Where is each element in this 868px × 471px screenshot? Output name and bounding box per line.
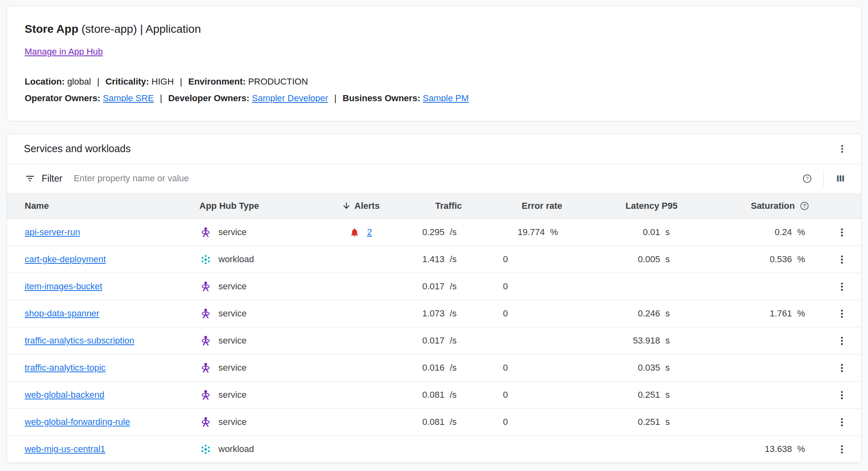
app-hub-type-cell: service [185, 382, 326, 408]
app-hub-type-cell: workload [185, 436, 326, 463]
row-name-link[interactable]: web-global-backend [25, 390, 104, 400]
row-name-link[interactable]: cart-gke-deployment [25, 254, 106, 265]
app-hub-type-label: service [218, 335, 247, 346]
table-header-row: Name App Hub Type Alerts Traffic Error r… [7, 193, 861, 219]
error-rate-cell [466, 436, 566, 463]
workload-icon [199, 253, 212, 266]
column-header-name[interactable]: Name [7, 193, 185, 219]
traffic-cell: 0.016/s [395, 354, 466, 381]
row-name-link[interactable]: web-mig-us-central1 [25, 444, 105, 454]
error-rate-cell [466, 327, 566, 354]
saturation-cell [682, 409, 813, 435]
help-icon: ? [802, 174, 812, 184]
row-menu-button[interactable] [835, 334, 849, 348]
business-owner-link[interactable]: Sample PM [423, 93, 469, 103]
latency-p95-cell: 0.035s [566, 354, 682, 381]
traffic-cell: 0.017/s [395, 327, 466, 354]
row-name-link[interactable]: item-images-bucket [25, 281, 102, 292]
separator: | [334, 93, 337, 103]
row-name-link[interactable]: traffic-analytics-subscription [25, 335, 134, 346]
table-row: shop-data-spanner [7, 300, 861, 327]
alert-count-link[interactable]: 2 [367, 227, 372, 238]
manage-in-app-hub-link[interactable]: Manage in App Hub [25, 47, 103, 57]
app-hub-type-label: service [218, 227, 247, 238]
name-cell: cart-gke-deployment [7, 246, 185, 273]
filter-help-button[interactable]: ? [800, 172, 814, 185]
row-menu-button[interactable] [835, 361, 849, 375]
row-actions-cell [813, 219, 861, 246]
app-hub-type-cell: service [185, 273, 326, 300]
row-name-link[interactable]: shop-data-spanner [25, 308, 100, 319]
row-menu-button[interactable] [835, 415, 849, 429]
error-rate-cell: 0 [466, 354, 566, 381]
app-attributes-line: Location: global | Criticality: HIGH | E… [25, 73, 843, 90]
row-name-link[interactable]: traffic-analytics-topic [25, 363, 106, 373]
column-header-app-hub-type[interactable]: App Hub Type [185, 193, 326, 219]
criticality-value: HIGH [152, 76, 174, 87]
table-row: item-images-bucket [7, 273, 861, 300]
app-hub-type-cell: service [185, 354, 326, 381]
saturation-cell [682, 354, 813, 381]
column-header-alerts[interactable]: Alerts [326, 193, 395, 219]
app-hub-type-label: service [218, 363, 247, 373]
more-vertical-icon [836, 390, 847, 401]
environment-label: Environment: [188, 76, 246, 87]
row-menu-button[interactable] [835, 225, 849, 240]
saturation-cell: 1.761% [682, 300, 813, 327]
column-header-saturation[interactable]: Saturation ? [682, 193, 813, 219]
panel-menu-button[interactable] [835, 142, 849, 156]
app-hub-type-cell: service [185, 327, 326, 354]
alerts-column-cell [326, 246, 395, 273]
table-row: web-mig-us-central1 [7, 436, 861, 463]
row-name-link[interactable]: web-global-forwarding-rule [25, 417, 130, 427]
criticality-label: Criticality: [106, 76, 149, 87]
column-header-latency-p95[interactable]: Latency P95 [566, 193, 682, 219]
column-header-traffic[interactable]: Traffic [395, 193, 466, 219]
app-header-card: Store App (store-app) | Application Mana… [6, 6, 862, 121]
filter-label[interactable]: Filter [42, 173, 62, 184]
saturation-cell: 0.24% [682, 219, 813, 246]
row-menu-button[interactable] [835, 388, 849, 402]
filter-input[interactable] [74, 173, 800, 184]
alerts-column-cell [326, 382, 395, 408]
more-vertical-icon [836, 281, 847, 292]
name-cell: traffic-analytics-subscription [7, 327, 185, 354]
column-display-options-button[interactable] [834, 172, 847, 185]
help-icon[interactable]: ? [800, 201, 809, 211]
latency-p95-cell [566, 436, 682, 463]
traffic-cell: 0.081/s [395, 409, 466, 435]
row-menu-button[interactable] [835, 252, 849, 267]
latency-p95-cell: 0.251s [566, 382, 682, 408]
app-hub-type-label: service [218, 417, 247, 427]
row-name-link[interactable]: api-server-run [25, 227, 80, 238]
more-vertical-icon [836, 227, 847, 238]
table-row: cart-gke-deployment [7, 246, 861, 273]
row-menu-button[interactable] [835, 442, 849, 456]
alerts-column-cell [326, 354, 395, 381]
traffic-cell: 0.017/s [395, 273, 466, 300]
error-rate-cell: 19.774% [466, 219, 566, 246]
row-actions-cell [813, 300, 861, 327]
table-row: web-global-forwarding-rule [7, 409, 861, 436]
service-icon [199, 226, 212, 239]
app-name: Store App [25, 23, 78, 35]
table-row: api-server-run [7, 219, 861, 246]
error-rate-cell: 0 [466, 246, 566, 273]
operator-owner-link[interactable]: Sample SRE [103, 93, 154, 103]
developer-owner-link[interactable]: Sampler Developer [252, 93, 328, 103]
service-icon [199, 280, 212, 293]
column-header-error-rate[interactable]: Error rate [466, 193, 566, 219]
app-hub-type-label: service [218, 308, 247, 319]
error-rate-cell: 0 [466, 273, 566, 300]
alerts-column-cell [326, 300, 395, 327]
row-actions-cell [813, 436, 861, 463]
app-hub-type-cell: service [185, 300, 326, 327]
workload-icon [199, 443, 212, 456]
panel-title: Services and workloads [24, 143, 131, 155]
error-rate-cell: 0 [466, 409, 566, 435]
row-menu-button[interactable] [835, 307, 849, 321]
traffic-cell [395, 436, 466, 463]
row-menu-button[interactable] [835, 280, 849, 294]
row-actions-cell [813, 354, 861, 381]
svg-text:?: ? [806, 175, 809, 181]
